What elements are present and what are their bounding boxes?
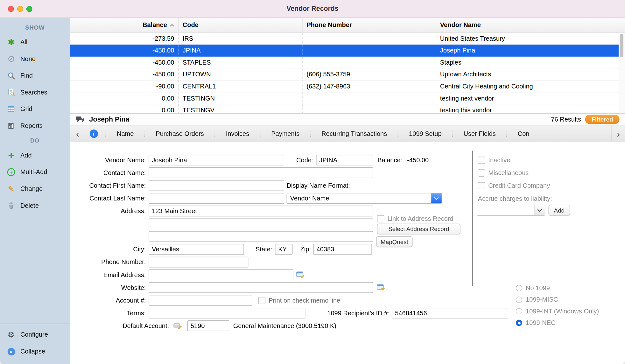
checkbox-box[interactable] (478, 157, 485, 164)
account-number-input[interactable] (149, 295, 252, 306)
sidebar-item-find[interactable]: Find (0, 67, 70, 84)
checkbox-box[interactable] (478, 182, 485, 189)
select-address-record-button[interactable]: Select Address Record (377, 224, 460, 234)
column-header-phone[interactable]: Phone Number (303, 18, 436, 32)
table-row[interactable]: -273.59 IRS United States Treasury (70, 33, 625, 45)
contact-name-input[interactable] (149, 167, 373, 178)
city-input[interactable] (149, 244, 244, 255)
code-input[interactable] (316, 155, 373, 165)
sidebar-item-delete[interactable]: Delete (0, 197, 70, 214)
contact-last-name-input[interactable] (149, 193, 284, 204)
vendor-name-input[interactable] (149, 155, 284, 165)
phone-number-label: Phone Number: (78, 257, 146, 268)
window-title: Vendor Records (0, 5, 625, 13)
chevron-down-icon[interactable] (534, 205, 545, 215)
zip-input[interactable] (313, 244, 372, 255)
cell-code: TESTINGN (179, 93, 303, 104)
link-address-record-checkbox[interactable]: Link to Address Record (377, 213, 453, 224)
contact-name-label: Contact Name: (78, 167, 146, 178)
mapquest-button[interactable]: MapQuest (376, 236, 412, 247)
balance-display: Balance: -450.00 (377, 155, 429, 165)
email-address-input[interactable] (149, 270, 293, 280)
email-address-label: Email Address: (78, 270, 146, 280)
cell-vendor-name: Joseph Pina (436, 45, 625, 56)
address-line3-input[interactable] (149, 231, 373, 242)
print-memo-checkbox[interactable]: Print on check memo line (258, 295, 341, 306)
tabs-scroll-left-button[interactable]: ‹ (70, 127, 85, 141)
tab-invoices[interactable]: Invoices (219, 130, 256, 137)
table-row[interactable]: -90.00 CENTRAL1 (632) 147-8963 Central C… (70, 80, 625, 93)
filtered-badge[interactable]: Filtered (585, 115, 620, 124)
report-chart-icon (6, 121, 16, 131)
compose-email-icon[interactable] (296, 270, 305, 278)
radio-circle[interactable] (516, 285, 522, 291)
table-row[interactable]: 0.00 TESTINGV testing this vendor (70, 104, 625, 114)
account-lookup-icon[interactable] (173, 322, 183, 330)
magnifier-icon (6, 71, 16, 80)
tab-separator: ⋮ (102, 130, 110, 137)
phone-number-input[interactable] (149, 257, 248, 268)
table-row[interactable]: -450.00 UPTOWN (606) 555-3759 Uptown Arc… (70, 68, 625, 80)
tab-1099-setup[interactable]: 1099 Setup (402, 130, 449, 137)
website-input[interactable] (149, 282, 373, 293)
radio-circle-selected[interactable] (516, 320, 522, 326)
table-row[interactable]: 0.00 TESTINGN testing next vendor (70, 93, 625, 105)
sidebar-item-none[interactable]: ⊘ None (0, 51, 70, 67)
sidebar-item-all[interactable]: ✱ All (0, 34, 70, 51)
radio-label: No 1099 (526, 284, 550, 292)
column-header-vendor-name[interactable]: Vendor Name (436, 18, 625, 32)
tab-user-fields[interactable]: User Fields (456, 130, 503, 137)
state-input[interactable] (275, 244, 292, 255)
recipient-id-input[interactable] (392, 308, 508, 318)
sidebar-item-add[interactable]: + Add (0, 147, 70, 164)
scrollbar-thumb[interactable] (620, 34, 623, 57)
open-website-icon[interactable] (376, 284, 386, 291)
tabs-scroll-right-button[interactable]: › (611, 126, 625, 142)
display-name-format-dropdown[interactable]: Vendor Name (287, 193, 442, 204)
sidebar-item-change[interactable]: ✎ Change (0, 180, 70, 197)
checkbox-box[interactable] (478, 169, 485, 177)
credit-card-company-checkbox[interactable]: Credit Card Company (478, 180, 550, 191)
vertical-scrollbar[interactable] (619, 33, 625, 113)
terms-input[interactable] (149, 308, 305, 318)
tab-record-info[interactable]: i (85, 130, 102, 138)
table-row-selected[interactable]: -450.00 JPINA Joseph Pina (70, 45, 625, 57)
contact-first-name-input[interactable] (149, 180, 284, 191)
address-line1-input[interactable] (149, 206, 373, 216)
miscellaneous-checkbox[interactable]: Miscellaneous (478, 167, 529, 178)
column-header-balance[interactable]: Balance (70, 18, 179, 32)
sidebar-item-multi-add[interactable]: + Multi-Add (0, 164, 70, 181)
tab-recurring-transactions[interactable]: Recurring Transactions (314, 130, 394, 137)
sidebar-item-collapse[interactable]: « Collapse (0, 343, 70, 360)
radio-no-1099[interactable]: No 1099 (516, 283, 550, 293)
tab-payments[interactable]: Payments (264, 130, 307, 137)
minimize-window-button[interactable] (17, 6, 23, 12)
radio-1099-misc[interactable]: 1099-MISC (516, 295, 558, 305)
address-line2-input[interactable] (149, 218, 373, 229)
gear-icon: ⚙ (6, 330, 16, 340)
sidebar-item-grid[interactable]: Grid (0, 101, 70, 118)
radio-circle[interactable] (516, 297, 522, 303)
table-row[interactable]: -450.00 STAPLES Staples (70, 57, 625, 69)
add-liability-button[interactable]: Add (549, 205, 570, 216)
tab-name[interactable]: Name (109, 130, 141, 137)
zoom-window-button[interactable] (26, 6, 32, 12)
liability-account-dropdown[interactable] (477, 205, 545, 216)
radio-1099-nec-selected[interactable]: 1099-NEC (516, 318, 556, 328)
tab-contacts-truncated[interactable]: Con (510, 130, 537, 137)
city-label: City: (78, 244, 146, 255)
inactive-checkbox[interactable]: Inactive (478, 155, 510, 165)
checkbox-box[interactable] (377, 215, 384, 222)
column-header-code[interactable]: Code (179, 18, 303, 32)
sidebar-item-reports[interactable]: Reports (0, 118, 70, 135)
radio-circle[interactable] (516, 308, 522, 314)
cell-vendor-name: Central City Heating and Cooling (436, 80, 625, 92)
close-window-button[interactable] (8, 6, 14, 12)
checkbox-box[interactable] (258, 297, 266, 304)
chevron-down-icon[interactable] (431, 193, 442, 203)
default-account-input[interactable] (187, 320, 229, 331)
sidebar-item-searches[interactable]: Searches (0, 84, 70, 101)
sidebar-item-configure[interactable]: ⚙ Configure (0, 326, 70, 343)
tab-purchase-orders[interactable]: Purchase Orders (149, 130, 211, 137)
radio-1099-int[interactable]: 1099-INT (Windows Only) (516, 306, 599, 317)
